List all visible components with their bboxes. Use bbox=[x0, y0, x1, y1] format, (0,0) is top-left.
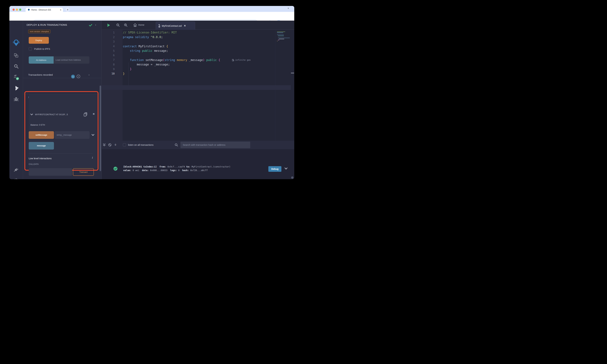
browser-window: Remix - Ethereum IDE × + ∨ remix.ethereu… bbox=[9, 6, 294, 179]
expand-args-chevron-icon[interactable] bbox=[92, 134, 94, 136]
editor-scroll-thumb[interactable] bbox=[291, 73, 294, 73]
contract-card-title: MYFIRSTCONTRACT AT 0X10F...5 bbox=[35, 113, 68, 116]
tab-search-chevron-icon[interactable]: ∨ bbox=[288, 7, 289, 9]
activity-bar bbox=[9, 21, 23, 179]
deploy-run-panel: DEPLOY & RUN TRANSACTIONS › evm version:… bbox=[23, 21, 102, 179]
settings-gear-icon[interactable] bbox=[9, 178, 23, 179]
browser-toolbar: remix.ethereum.org/#lang=en&optimize=fal… bbox=[9, 12, 294, 21]
calldata-label: CALLDATA bbox=[29, 163, 39, 165]
panel-expand-chevron-icon[interactable]: › bbox=[95, 23, 96, 26]
panel-title: DEPLOY & RUN TRANSACTIONS bbox=[26, 23, 67, 26]
tab-myfirstcontract[interactable]: MyFirstContract.sol × bbox=[156, 22, 195, 30]
remix-app: DEPLOY & RUN TRANSACTIONS › evm version:… bbox=[9, 21, 294, 179]
code-line[interactable]: 4contract MyFirstContract { bbox=[102, 44, 294, 49]
code-line[interactable]: 2pragma solidity ^0.8.0; bbox=[102, 35, 294, 39]
code-line[interactable]: 10} bbox=[102, 71, 294, 76]
current-line-highlight bbox=[102, 85, 291, 90]
terminal-search-input[interactable] bbox=[180, 142, 250, 148]
search-icon[interactable] bbox=[9, 64, 23, 69]
svg-text:i: i bbox=[78, 75, 79, 78]
terminal-search-icon bbox=[175, 143, 178, 146]
browser-tabstrip: Remix - Ethereum IDE × + ∨ bbox=[9, 6, 294, 12]
message-getter-button[interactable]: message bbox=[29, 142, 54, 150]
new-tab-button[interactable]: + bbox=[66, 8, 70, 12]
tab-home[interactable]: Home bbox=[138, 24, 144, 26]
zoom-in-icon[interactable] bbox=[124, 23, 128, 27]
transactions-info-icon[interactable]: i bbox=[77, 75, 80, 78]
transactions-count-badge: 1 bbox=[71, 75, 75, 78]
terminal-toolbar: 0 listen on all transactions bbox=[102, 141, 294, 149]
debugger-icon[interactable] bbox=[9, 97, 23, 102]
code-line[interactable]: 5 string public message; bbox=[102, 49, 294, 53]
log-expand-chevron-icon[interactable] bbox=[285, 168, 288, 170]
code-line[interactable]: 6 bbox=[102, 53, 294, 58]
terminal-log-line[interactable]: [block:4994361 txIndex:1] from: 0x9cf...… bbox=[123, 165, 230, 168]
code-line[interactable]: 9 } bbox=[102, 67, 294, 71]
deployed-contract-card: MYFIRSTCONTRACT AT 0X10F...5 × Balance: … bbox=[29, 94, 97, 169]
zoom-out-icon[interactable] bbox=[116, 23, 120, 27]
deploy-run-icon[interactable] bbox=[9, 86, 23, 91]
solidity-file-icon bbox=[158, 24, 160, 28]
pending-tx-count: 0 bbox=[115, 143, 116, 146]
plugin-manager-icon[interactable] bbox=[9, 167, 23, 172]
clear-console-icon[interactable] bbox=[108, 143, 111, 146]
low-level-title: Low level interactions bbox=[29, 157, 52, 160]
set-message-arg-input[interactable] bbox=[55, 131, 90, 139]
transact-button[interactable]: Transact bbox=[73, 168, 94, 176]
low-level-info-icon[interactable]: i bbox=[92, 156, 93, 159]
deploy-button[interactable]: Deploy bbox=[29, 37, 49, 44]
compile-success-check-icon bbox=[89, 24, 92, 26]
run-script-play-icon[interactable] bbox=[107, 23, 110, 27]
publish-ipfs-checkbox[interactable] bbox=[29, 47, 32, 51]
editor-minimap[interactable] bbox=[275, 30, 291, 141]
panel-scrollbar[interactable] bbox=[100, 86, 101, 171]
tab-title: Remix - Ethereum IDE bbox=[31, 9, 60, 11]
contract-collapse-chevron-icon[interactable] bbox=[30, 114, 33, 115]
transactions-recorded-label: Transactions recorded bbox=[28, 73, 53, 76]
debug-button[interactable]: Debug bbox=[268, 166, 281, 172]
remove-contract-icon[interactable]: × bbox=[93, 112, 95, 116]
remix-favicon-icon bbox=[27, 9, 30, 11]
calldata-input[interactable] bbox=[29, 168, 72, 176]
browser-tab[interactable]: Remix - Ethereum IDE × bbox=[26, 8, 63, 12]
at-address-input[interactable] bbox=[53, 56, 89, 64]
at-address-button[interactable]: At Address bbox=[29, 56, 53, 64]
code-line[interactable]: 7 function setMessage(string memory _mes… bbox=[102, 58, 294, 62]
traffic-minimize-button[interactable] bbox=[16, 9, 18, 11]
publish-ipfs-label: Publish to IPFS bbox=[34, 48, 50, 50]
solidity-compiler-icon[interactable] bbox=[9, 75, 23, 80]
tab-file-close-icon[interactable]: × bbox=[184, 24, 186, 27]
terminal-scroll-dot[interactable] bbox=[291, 176, 293, 179]
code-line[interactable]: 1// SPDX-License-Identifier: MIT bbox=[102, 30, 294, 35]
listen-all-label: listen on all transactions bbox=[128, 143, 154, 146]
remix-logo-icon[interactable] bbox=[9, 39, 23, 46]
terminal-log-line[interactable]: value: 0 wei data: 0x608...60033 logs: 0… bbox=[123, 169, 208, 172]
listen-all-checkbox[interactable] bbox=[123, 143, 126, 146]
tab-close-icon[interactable]: × bbox=[60, 8, 61, 11]
code-line[interactable]: 8 message = _message; bbox=[102, 62, 294, 67]
file-explorer-icon[interactable] bbox=[9, 53, 23, 58]
screenshot-root: Remix - Ethereum IDE × + ∨ remix.ethereu… bbox=[0, 0, 304, 182]
active-tab-label: MyFirstContract.sol bbox=[162, 25, 182, 27]
editor-tabbar: Home MyFirstContract.sol × bbox=[102, 21, 294, 30]
gas-pump-icon bbox=[232, 59, 234, 61]
terminal: 0 listen on all transactions [block:4994… bbox=[102, 141, 294, 179]
set-message-function-button[interactable]: setMessage bbox=[29, 131, 54, 139]
evm-version-badge: evm version: shanghai bbox=[28, 30, 51, 33]
traffic-zoom-button[interactable] bbox=[19, 9, 21, 11]
tx-success-check-icon bbox=[113, 167, 118, 171]
contract-balance: Balance: 0 ETH bbox=[30, 124, 45, 126]
traffic-close-button[interactable] bbox=[13, 9, 15, 11]
transactions-chevron-icon[interactable]: › bbox=[89, 73, 89, 76]
code-line[interactable]: 3 bbox=[102, 39, 294, 44]
home-icon[interactable] bbox=[133, 23, 137, 27]
code-editor: Home MyFirstContract.sol × 1// SPDX-Lice… bbox=[102, 21, 294, 141]
editor-scroll-lane[interactable] bbox=[291, 30, 294, 141]
collapse-terminal-icon[interactable] bbox=[103, 143, 106, 146]
copy-address-icon[interactable] bbox=[84, 112, 87, 117]
gas-annotation: infinite gas bbox=[232, 59, 251, 61]
